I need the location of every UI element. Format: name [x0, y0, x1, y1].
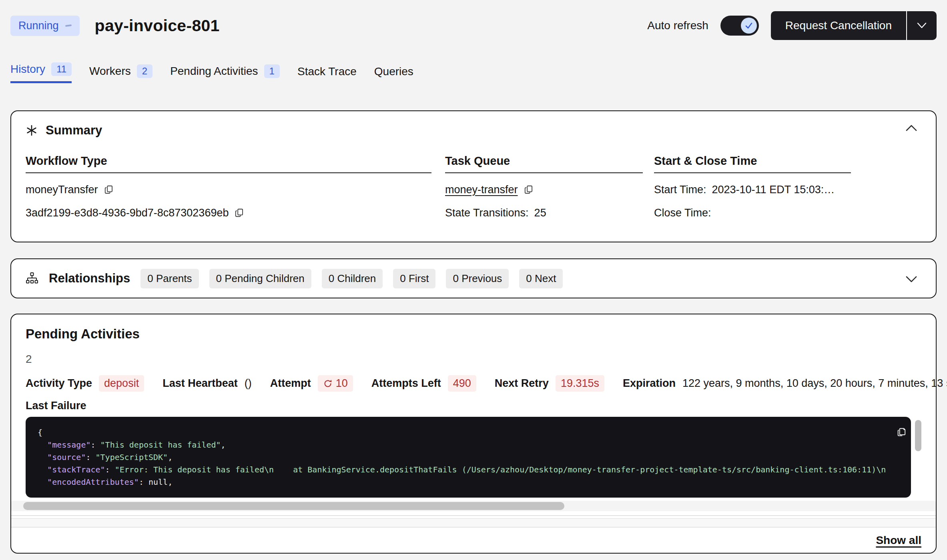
workflow-type-column: Workflow Type moneyTransfer 3adf2199-e3d…	[26, 154, 431, 220]
topbar-actions: Auto refresh Request Cancellation	[647, 11, 937, 40]
copy-icon	[524, 184, 534, 195]
pending-children-badge: 0 Pending Children	[209, 269, 311, 288]
next-badge: 0 Next	[519, 269, 563, 288]
failure-code-block: { "message": "This deposit has failed", …	[26, 417, 911, 498]
pending-activities-title: Pending Activities	[26, 326, 921, 342]
code-vertical-scrollbar-thumb[interactable]	[915, 420, 921, 451]
pending-activities-panel: Pending Activities 2 Activity Type depos…	[10, 314, 937, 554]
tab-history-count: 11	[51, 62, 72, 76]
copy-task-queue-button[interactable]	[524, 184, 534, 195]
copy-icon	[234, 208, 245, 218]
last-failure-label: Last Failure	[26, 400, 921, 412]
summary-header: Summary	[26, 123, 921, 138]
tab-workers-label: Workers	[89, 65, 131, 78]
topbar: Running pay-invoice-801 Auto refresh Req…	[10, 10, 937, 41]
auto-refresh-label: Auto refresh	[647, 19, 708, 32]
auto-refresh-toggle[interactable]	[720, 16, 759, 36]
relationship-badges: 0 Parents 0 Pending Children 0 Children …	[140, 269, 563, 288]
tab-workers-count: 2	[137, 64, 152, 78]
previous-badge: 0 Previous	[446, 269, 509, 288]
task-queue-link[interactable]: money-transfer	[445, 184, 518, 196]
state-transitions-label: State Transitions:	[445, 207, 529, 219]
copy-workflow-type-button[interactable]	[104, 184, 114, 195]
code-horizontal-scrollbar	[11, 501, 936, 511]
summary-columns: Workflow Type moneyTransfer 3adf2199-e3d…	[26, 154, 921, 220]
relationships-panel: Relationships 0 Parents 0 Pending Childr…	[10, 258, 937, 298]
relationships-expand-button[interactable]	[903, 274, 920, 285]
summary-collapse-button[interactable]	[903, 122, 920, 134]
workflow-type-value: moneyTransfer	[26, 184, 98, 196]
copy-icon	[896, 426, 907, 438]
relationships-title: Relationships	[49, 271, 130, 286]
org-chart-icon	[26, 272, 38, 285]
tab-stack-trace[interactable]: Stack Trace	[297, 65, 357, 83]
asterisk-icon	[26, 124, 38, 136]
tab-queries-label: Queries	[374, 65, 413, 78]
tab-bar: History 11 Workers 2 Pending Activities …	[10, 62, 937, 83]
attempt-field: Attempt 10	[270, 375, 353, 392]
last-heartbeat-label: Last Heartbeat	[163, 377, 238, 390]
request-cancellation-button[interactable]: Request Cancellation	[771, 11, 906, 40]
copy-run-id-button[interactable]	[234, 208, 245, 218]
expiration-field: Expiration 122 years, 9 months, 10 days,…	[623, 377, 947, 390]
close-time-label: Close Time:	[654, 207, 711, 219]
collapsed-activity-row	[11, 518, 936, 528]
cancel-dropdown-button[interactable]	[907, 11, 937, 40]
time-header: Start & Close Time	[654, 154, 851, 173]
last-heartbeat-value: ()	[245, 377, 252, 390]
failure-code-container: { "message": "This deposit has failed", …	[26, 417, 921, 498]
page-title: pay-invoice-801	[95, 16, 220, 35]
copy-icon	[104, 184, 114, 195]
tab-workers[interactable]: Workers 2	[89, 64, 152, 83]
attempts-left-field: Attempts Left 490	[371, 375, 476, 392]
run-id-value: 3adf2199-e3d8-4936-9bd7-8c87302369eb	[26, 207, 229, 219]
retry-icon	[323, 379, 333, 388]
show-all-row: Show all	[26, 534, 921, 547]
attempt-badge: 10	[318, 375, 353, 392]
copy-code-button[interactable]	[891, 422, 911, 442]
last-heartbeat-field: Last Heartbeat ()	[163, 377, 252, 390]
tab-history[interactable]: History 11	[10, 62, 72, 83]
workflow-detail-page: Running pay-invoice-801 Auto refresh Req…	[0, 0, 947, 554]
activity-type-label: Activity Type	[26, 377, 92, 390]
attempt-value: 10	[336, 377, 348, 390]
parents-badge: 0 Parents	[140, 269, 199, 288]
chevron-down-icon	[915, 22, 928, 30]
workflow-type-header: Workflow Type	[26, 154, 431, 173]
status-badge: Running	[10, 16, 80, 36]
attempt-label: Attempt	[270, 377, 311, 390]
code-vertical-scrollbar	[915, 417, 921, 498]
tab-pending-activities-label: Pending Activities	[170, 65, 258, 78]
task-queue-column: Task Queue money-transfer State Transiti…	[445, 154, 643, 220]
chevron-down-icon	[905, 275, 918, 283]
attempts-left-badge: 490	[448, 375, 476, 392]
task-queue-header: Task Queue	[445, 154, 643, 173]
request-cancellation-split-button: Request Cancellation	[771, 11, 937, 40]
expiration-value: 122 years, 9 months, 10 days, 20 hours, …	[682, 377, 947, 390]
tab-pending-activities-count: 1	[264, 64, 280, 78]
code-horizontal-scrollbar-thumb[interactable]	[23, 502, 564, 510]
chevron-up-icon	[905, 124, 918, 132]
code-lines: { "message": "This deposit has failed", …	[38, 426, 899, 488]
check-icon	[744, 21, 754, 30]
expiration-label: Expiration	[623, 377, 676, 390]
attempts-left-label: Attempts Left	[371, 377, 441, 390]
status-label: Running	[18, 20, 59, 32]
summary-title: Summary	[46, 123, 102, 138]
tab-stack-trace-label: Stack Trace	[297, 65, 357, 78]
next-retry-label: Next Retry	[495, 377, 549, 390]
next-retry-badge: 19.315s	[556, 375, 604, 392]
show-all-link[interactable]: Show all	[876, 534, 921, 547]
start-time-label: Start Time:	[654, 184, 706, 196]
activity-type-badge: deposit	[99, 375, 144, 392]
row-divider	[11, 515, 936, 516]
tab-history-label: History	[10, 63, 45, 76]
tab-pending-activities[interactable]: Pending Activities 1	[170, 64, 280, 83]
tab-queries[interactable]: Queries	[374, 65, 413, 83]
state-transitions-value: 25	[534, 207, 546, 219]
summary-panel: Summary Workflow Type moneyTransfer	[10, 110, 937, 242]
pending-activities-count: 2	[26, 353, 921, 366]
start-time-value: 2023-10-11 EDT 15:03:…	[712, 184, 835, 196]
toggle-knob	[741, 18, 757, 34]
status-heartbeat-icon	[65, 24, 71, 27]
